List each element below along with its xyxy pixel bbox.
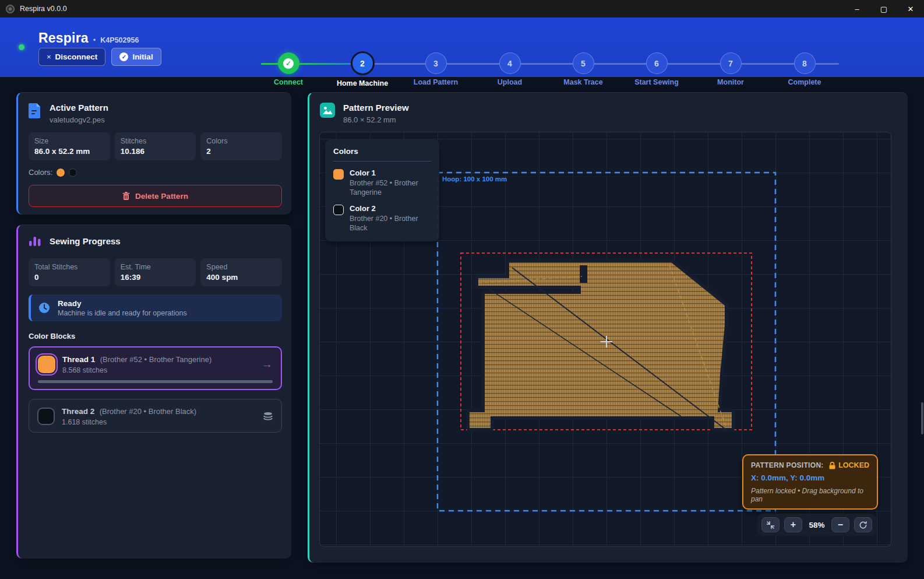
- stitch-notch: [580, 265, 587, 283]
- position-label: PATTERN POSITION:: [751, 461, 824, 469]
- window-title: Respira v0.0.0: [20, 5, 67, 13]
- legend-swatch-black: [333, 205, 344, 215]
- hoop-size-label: Hoop: 100 x 100 mm: [442, 176, 507, 183]
- close-button[interactable]: ✕: [897, 0, 924, 17]
- color-blocks-heading: Color Blocks: [29, 332, 282, 341]
- card-title: Sewing Progress: [50, 236, 121, 246]
- serial-separator: •: [93, 36, 96, 44]
- app-window: Respira v0.0.0 – ▢ ✕ Respira • K4P502956…: [0, 0, 924, 579]
- card-title: Pattern Preview: [343, 103, 409, 113]
- minimize-button[interactable]: –: [844, 0, 870, 17]
- disconnect-button[interactable]: × Disconnect: [38, 48, 105, 66]
- status-description: Machine is idle and ready for operations: [58, 309, 187, 317]
- position-coordinates: X: 0.0mm, Y: 0.0mm: [751, 473, 869, 482]
- sewing-progress-card: Sewing Progress Total Stitches 0 Est. Ti…: [16, 224, 291, 559]
- step-start-sewing[interactable]: 6 Start Sewing: [620, 52, 693, 86]
- delete-pattern-button[interactable]: Delete Pattern: [29, 185, 282, 207]
- fit-view-icon: [766, 521, 775, 529]
- thread-row-2[interactable]: Thread 2 (Brother #20 • Brother Black) 1…: [29, 399, 282, 433]
- stat-stitches: Stitches 10.186: [115, 132, 196, 160]
- stat-est-time: Est. Time 16:39: [115, 258, 196, 286]
- brand-name: Respira: [38, 30, 89, 46]
- machine-serial: K4P502956: [100, 36, 139, 44]
- pattern-dimensions: 86.0 × 52.2 mm: [343, 115, 409, 124]
- app-header: Respira • K4P502956 × Disconnect ✓ Initi…: [0, 17, 924, 77]
- thread-swatch-tangerine: [38, 356, 55, 373]
- preview-canvas[interactable]: Hoop: 100 x 100 mm Colors Color 1 Brothe…: [319, 132, 891, 547]
- pattern-filename: valetudogv2.pes: [50, 115, 108, 124]
- color-swatch-black: [69, 169, 77, 177]
- zoom-level: 58%: [807, 521, 827, 529]
- active-pattern-card: Active Pattern valetudogv2.pes Size 86.0…: [16, 92, 291, 215]
- zoom-out-button[interactable]: −: [831, 517, 849, 532]
- refresh-icon: [859, 521, 867, 529]
- colors-label: Colors:: [29, 168, 52, 177]
- step-monitor[interactable]: 7 Monitor: [694, 52, 767, 86]
- thread-progress-bar: [38, 380, 273, 383]
- initial-button[interactable]: ✓ Initial: [111, 48, 161, 66]
- locked-badge: LOCKED: [838, 461, 869, 469]
- zoom-controls: + 58% −: [757, 514, 876, 536]
- stat-speed: Speed 400 spm: [200, 258, 282, 286]
- arrow-right-icon: →: [262, 358, 273, 371]
- stat-size: Size 86.0 x 52.2 mm: [29, 132, 110, 160]
- window-scrollbar[interactable]: [921, 402, 923, 434]
- bar-chart-icon: [29, 235, 41, 247]
- step-home-machine[interactable]: 2 Home Machine: [326, 52, 399, 87]
- connection-status-dot: [19, 44, 24, 50]
- app-icon: [6, 5, 15, 13]
- card-title: Active Pattern: [50, 103, 108, 113]
- machine-status-banner: Ready Machine is idle and ready for oper…: [29, 294, 282, 321]
- stat-colors: Colors 2: [200, 132, 282, 160]
- step-upload[interactable]: 4 Upload: [473, 52, 546, 86]
- legend-item-color1: Color 1 Brother #52 • Brother Tangerine: [333, 169, 431, 197]
- close-icon: ×: [47, 52, 51, 61]
- clock-icon: [38, 302, 50, 314]
- titlebar: Respira v0.0.0 – ▢ ✕: [0, 0, 924, 17]
- layers-icon: [263, 411, 273, 422]
- check-icon: ✓: [283, 58, 294, 69]
- lock-icon: [829, 462, 835, 469]
- trash-icon: [122, 192, 130, 201]
- fit-view-button[interactable]: [761, 517, 780, 532]
- legend-title: Colors: [333, 147, 431, 162]
- step-circle-done: ✓: [278, 52, 299, 74]
- color-swatch-tangerine: [57, 169, 65, 177]
- maximize-button[interactable]: ▢: [870, 0, 897, 17]
- step-mask-trace[interactable]: 5 Mask Trace: [546, 52, 620, 86]
- step-circle-current: 2: [351, 51, 375, 75]
- zoom-in-button[interactable]: +: [784, 517, 802, 532]
- reset-view-button[interactable]: [854, 517, 872, 532]
- thread-swatch-black: [37, 408, 55, 425]
- document-icon: [29, 103, 41, 118]
- step-load-pattern[interactable]: 3 Load Pattern: [399, 52, 472, 86]
- colors-legend: Colors Color 1 Brother #52 • Brother Tan…: [325, 139, 439, 241]
- legend-item-color2: Color 2 Brother #20 • Brother Black: [333, 204, 431, 233]
- step-connect[interactable]: ✓ Connect: [252, 52, 325, 86]
- legend-swatch-tangerine: [333, 169, 344, 180]
- pattern-preview-card: Pattern Preview 86.0 × 52.2 mm: [308, 92, 908, 563]
- status-title: Ready: [58, 299, 187, 308]
- pattern-position-overlay: PATTERN POSITION: LOCKED X: 0.0mm, Y: 0.…: [742, 454, 878, 510]
- position-hint: Pattern locked • Drag background to pan: [751, 487, 869, 503]
- stat-total-stitches: Total Stitches 0: [29, 258, 110, 286]
- check-circle-icon: ✓: [119, 52, 128, 61]
- image-icon: [320, 103, 335, 118]
- step-complete[interactable]: 8 Complete: [768, 52, 841, 86]
- thread-row-1[interactable]: Thread 1 (Brother #52 • Brother Tangerin…: [29, 346, 282, 390]
